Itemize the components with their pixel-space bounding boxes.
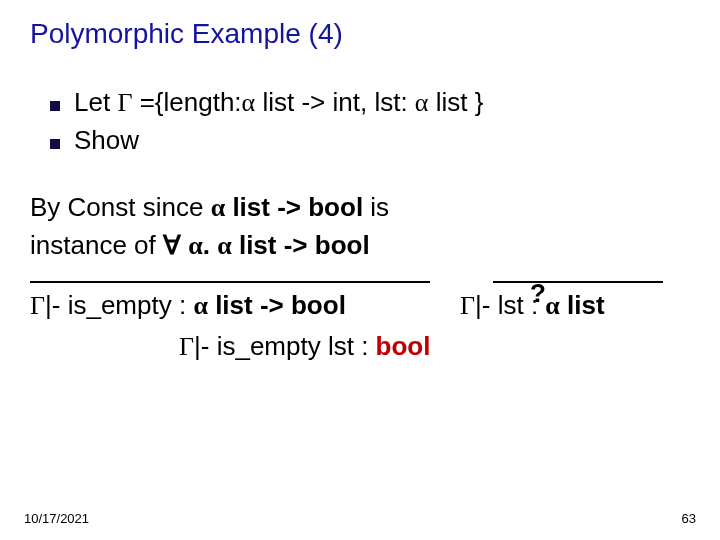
text-show: Show [74, 122, 139, 159]
bullet-item-let: Let Γ ={length:α list -> int, lst: α lis… [50, 84, 696, 122]
alpha-bold-3: α [217, 231, 232, 260]
byconst-text-c: is [363, 192, 389, 222]
turnstile-2: |- [475, 290, 498, 320]
footer-date: 10/17/2021 [24, 511, 89, 526]
text-list-int: list -> int, lst: [255, 87, 415, 117]
dot-text: . [203, 230, 217, 260]
list-bool-bold: list -> bool [225, 192, 363, 222]
list-bool-r1: list -> bool [208, 290, 346, 320]
rule-bar-icon-2 [493, 281, 663, 283]
byconst-text-a: By Const since [30, 192, 211, 222]
by-const-block: By Const since α list -> bool is instanc… [24, 189, 696, 265]
list-r2: list [560, 290, 605, 320]
turnstile-3: |- [194, 331, 217, 361]
footer-page: 63 [682, 511, 696, 526]
conclusion-line: Γ|- is_empty lst : bool [179, 331, 696, 362]
list-bool-bold-2: list -> bool [232, 230, 370, 260]
gamma-2: Γ [30, 291, 45, 320]
alpha-bold: α [211, 193, 226, 222]
rule-right: Γ|- lst : α list [460, 281, 695, 325]
isempty-text: is_empty : [68, 290, 194, 320]
slide-title: Polymorphic Example (4) [30, 18, 696, 50]
alpha-bold-2: α [188, 231, 203, 260]
instance-text: instance of [30, 230, 156, 260]
gamma-symbol: Γ [117, 88, 132, 117]
text-list-close: list } [428, 87, 483, 117]
alpha-r1: α [193, 291, 208, 320]
square-bullet-icon [50, 139, 60, 149]
bool-red: bool [376, 331, 431, 361]
inference-rules: Γ|- is_empty : α list -> bool Γ|- lst : … [30, 281, 696, 325]
lst-text: lst : [498, 290, 546, 320]
text-eq: ={length: [132, 87, 241, 117]
alpha-symbol: α [242, 88, 256, 117]
bullet-list: Let Γ ={length:α list -> int, lst: α lis… [50, 84, 696, 159]
forall-symbol: ∀ [163, 231, 181, 260]
text-let: Let [74, 87, 117, 117]
conclusion-text: is_empty lst : [217, 331, 376, 361]
turnstile-1: |- [45, 290, 68, 320]
rule-bar-icon [30, 281, 430, 283]
square-bullet-icon [50, 101, 60, 111]
slide-footer: 10/17/2021 63 [24, 511, 696, 526]
alpha-r2: α [545, 291, 560, 320]
bullet-item-show: Show [50, 122, 696, 159]
rule-left: Γ|- is_empty : α list -> bool [30, 281, 430, 325]
alpha-symbol-2: α [415, 88, 429, 117]
gamma-3: Γ [460, 291, 475, 320]
gamma-4: Γ [179, 332, 194, 361]
